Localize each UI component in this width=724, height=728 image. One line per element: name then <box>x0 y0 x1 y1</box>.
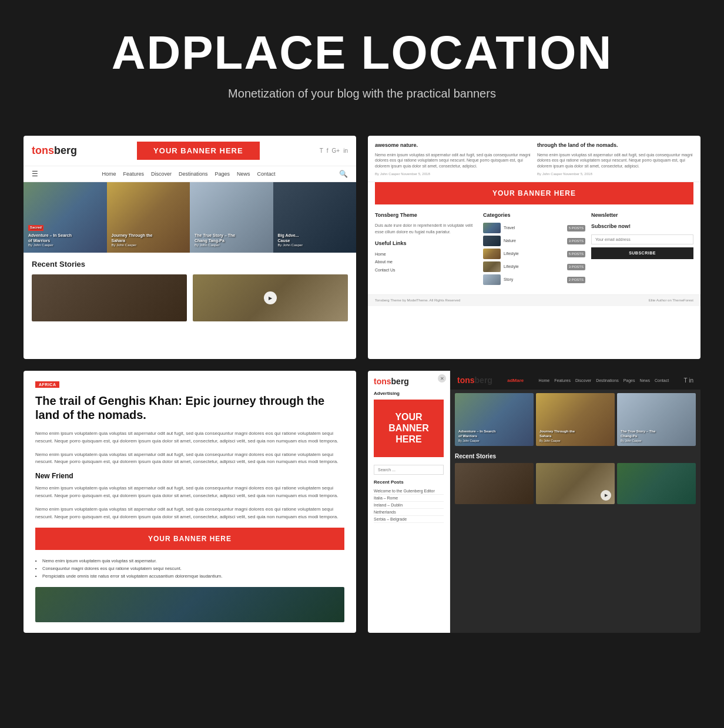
tr-banner-mid[interactable]: YOUR BANNER HERE <box>375 182 693 204</box>
tr-subscribe-section: Subscribe now! SUBSCRIBE <box>591 223 693 259</box>
tr-article-1-title: awesome nature. <box>375 142 531 150</box>
play-button[interactable]: ▶ <box>264 291 277 304</box>
br-advertising-label: Advertising <box>374 391 444 396</box>
br-story-card-3 <box>617 463 696 504</box>
screenshot-top-right: awesome nature. Nemo enim ipsum voluptas… <box>368 136 700 359</box>
tr-link-home[interactable]: Home <box>375 251 477 258</box>
bl-list-item-3: Perspiciatis unde omnis iste natus error… <box>35 572 344 580</box>
br-card-3-caption: The True Story – TheChang-Pa By John Cas… <box>621 430 655 442</box>
br-recent-link-5[interactable]: Serbia – Belgrade <box>374 516 444 523</box>
bl-tag: AFRICA <box>35 381 59 388</box>
tl-story-img-2: ▶ <box>193 274 348 321</box>
br-main-logo: tonsberg <box>457 375 492 385</box>
hero-subtitle: Monetization of your blog with the pract… <box>12 87 712 100</box>
screenshot-bottom-right: ✕ tonsberg Advertising YOURBANNERHERE Re… <box>368 371 700 633</box>
tr-cat-2: Nature 3 POSTS <box>483 236 585 246</box>
tl-nav: ☰ Home Features Discover Destinations Pa… <box>24 166 356 182</box>
tr-cat-3: Lifestyle 5 POSTS <box>483 249 585 259</box>
bl-list-item-1: Nemo enim ipsum voluptatem quia voluptas… <box>35 557 344 565</box>
tr-footer-grid: Tonsberg Theme Duis aute irure dolor in … <box>368 212 700 295</box>
hero-title: ADPLACE LOCATION <box>12 29 712 76</box>
tr-link-about[interactable]: About me <box>375 259 477 266</box>
tr-footer-col1: Tonsberg Theme Duis aute irure dolor in … <box>375 212 477 288</box>
tl-hero-img-2: Journey Through theSahara By John Casper <box>107 182 190 253</box>
br-recent-link-1[interactable]: Welcome to the Gutenberg Editor <box>374 488 444 495</box>
tl-story-img-1 <box>32 274 187 321</box>
br-story-card-1 <box>455 463 534 504</box>
br-story-card-2: ▶ <box>536 463 615 504</box>
tr-footer-right: Elite Author on ThemeForest <box>649 298 693 303</box>
bl-bottom-image <box>35 587 344 622</box>
tr-link-contact[interactable]: Contact Us <box>375 267 477 274</box>
br-story-play-btn[interactable]: ▶ <box>601 490 611 501</box>
tl-hero-caption-2: Journey Through theSahara By John Casper <box>112 233 153 248</box>
br-card-3: The True Story – TheChang-Pa By John Cas… <box>617 393 696 446</box>
bl-para-1: Nemo enim ipsum voluptatem quia voluptas… <box>35 430 344 445</box>
tr-article-1: awesome nature. Nemo enim ipsum voluptas… <box>375 142 531 177</box>
bl-para-2: Nemo enim ipsum voluptatem quia voluptas… <box>35 451 344 467</box>
tl-social: T f G+ in <box>320 147 348 154</box>
tr-footer-col2: Categories Travel 5 POSTS Nature 3 POSTS… <box>483 212 585 288</box>
tr-article-2: through the land of the nomads. Nemo eni… <box>537 142 693 177</box>
screenshot-top-left: tonsberg YOUR BANNER HERE T f G+ in ☰ Ho… <box>24 136 356 359</box>
tr-cat-5: Story 2 POSTS <box>483 274 585 285</box>
tl-hero-caption-1: Sacred Adventure – In Searchof Warriors … <box>28 224 72 248</box>
hamburger-icon[interactable]: ☰ <box>32 170 38 178</box>
br-main: tonsberg adMare Home Features Discover D… <box>450 371 700 633</box>
tl-hero-caption-3: The True Story – TheChang Tang-Pa By Joh… <box>195 233 235 248</box>
tr-article-2-title: through the land of the nomads. <box>537 142 693 150</box>
br-social-icons: T in <box>683 377 693 384</box>
br-recent-posts-title: Recent Posts <box>374 479 444 485</box>
tl-logo: tonsberg <box>32 145 77 157</box>
tl-hero-img-3: The True Story – TheChang Tang-Pa By Joh… <box>190 182 273 253</box>
tr-subscribe-button[interactable]: SUBSCRIBE <box>591 247 693 260</box>
tr-article-1-meta: By John Casper November 5, 2018 <box>375 172 531 177</box>
tl-hero-img-1: Sacred Adventure – In Searchof Warriors … <box>24 182 107 253</box>
br-sidebar-logo: tonsberg <box>374 377 444 386</box>
bl-para-4: Nemo enim ipsum voluptatem quia voluptas… <box>35 506 344 521</box>
tl-header: tonsberg YOUR BANNER HERE T f G+ in <box>24 136 356 166</box>
tr-email-input[interactable] <box>591 234 693 244</box>
tr-cat-4: Lifestyle 3 POSTS <box>483 261 585 272</box>
br-main-cards: Adventure – In Searchof Warriors By John… <box>450 390 700 449</box>
tr-footer-left: Tonsberg Theme by ModelTheme. All Rights… <box>375 298 460 303</box>
bl-section-title: New Friend <box>35 472 344 480</box>
bl-title: The trail of Genghis Khan: Epic journey … <box>35 394 344 422</box>
tl-stories-row: ▶ <box>32 274 348 321</box>
tl-banner-top[interactable]: YOUR BANNER HERE <box>137 142 260 160</box>
tl-hero-images: Sacred Adventure – In Searchof Warriors … <box>24 182 356 253</box>
br-recent-link-3[interactable]: Ireland – Dublin <box>374 502 444 509</box>
search-icon[interactable]: 🔍 <box>339 170 348 178</box>
tr-subscribe-title: Subscribe now! <box>591 223 693 231</box>
br-close-button[interactable]: ✕ <box>438 374 446 383</box>
tr-footer-bar: Tonsberg Theme by ModelTheme. All Rights… <box>368 294 700 306</box>
tl-hero-caption-4: Big Adve...Cause By John Casper <box>278 233 303 248</box>
br-recent-link-2[interactable]: Italia – Rome <box>374 495 444 502</box>
bl-para-3: Nemo enim ipsum voluptatem quia voluptas… <box>35 485 344 500</box>
tr-article-2-text: Nemo enim ipsum voluptas sit aspernatur … <box>537 152 693 169</box>
br-ad-banner[interactable]: YOURBANNERHERE <box>374 400 444 457</box>
tr-article-2-meta: By John Casper November 5, 2018 <box>537 172 693 177</box>
br-search-input[interactable] <box>374 465 444 475</box>
screenshots-grid: tonsberg YOUR BANNER HERE T f G+ in ☰ Ho… <box>0 124 724 656</box>
tr-footer-col3: Newsletter Subscribe now! SUBSCRIBE <box>591 212 693 288</box>
br-main-header: tonsberg adMare Home Features Discover D… <box>450 371 700 390</box>
tl-recent-section: Recent Stories ▶ <box>24 253 356 326</box>
tr-footer-col-links-title: Useful Links <box>375 240 477 248</box>
br-card-2: Journey Through theSahara By John Casper <box>536 393 615 446</box>
tl-recent-title: Recent Stories <box>32 260 348 269</box>
br-recent-link-4[interactable]: Netherlands <box>374 509 444 516</box>
bl-list: Nemo enim ipsum voluptatem quia voluptas… <box>35 557 344 580</box>
bl-banner-inline[interactable]: YOUR BANNER HERE <box>35 528 344 550</box>
tr-cat-1: Travel 5 POSTS <box>483 223 585 233</box>
br-recent-section: Recent Stories ▶ <box>450 449 700 508</box>
br-card-2-caption: Journey Through theSahara By John Casper <box>539 430 575 442</box>
tr-footer-col2-title: Categories <box>483 212 585 220</box>
br-card-1-caption: Adventure – In Searchof Warriors By John… <box>458 430 495 442</box>
hero-section: ADPLACE LOCATION Monetization of your bl… <box>0 0 724 124</box>
br-sidebar: ✕ tonsberg Advertising YOURBANNERHERE Re… <box>368 371 450 633</box>
br-recent-section-title: Recent Stories <box>455 453 696 459</box>
tr-articles: awesome nature. Nemo enim ipsum voluptas… <box>368 136 700 182</box>
tr-newsletter-title: Newsletter <box>591 212 693 220</box>
bl-list-item-2: Consequuntur magni dolores eos qui ratio… <box>35 565 344 572</box>
